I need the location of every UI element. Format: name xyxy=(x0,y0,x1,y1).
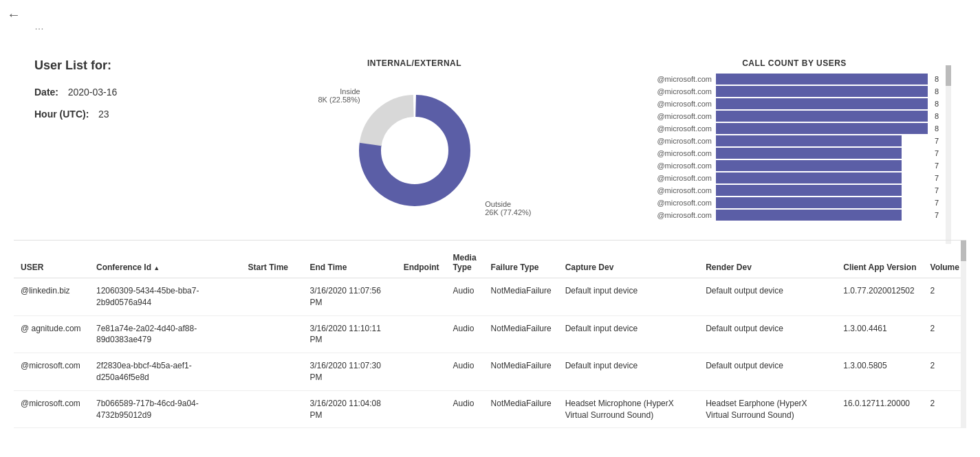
table-cell: 2 xyxy=(924,353,966,391)
col-volume: Volume xyxy=(924,247,966,278)
bar-label: @microsoft.com xyxy=(643,137,712,145)
bar-label: @microsoft.com xyxy=(643,161,712,170)
bar-fill xyxy=(716,98,928,109)
bar-label: @microsoft.com xyxy=(643,211,712,219)
bar-fill xyxy=(716,172,902,183)
back-button[interactable]: ← xyxy=(7,7,21,23)
bar-panel: CALL COUNT BY USERS @microsoft.com8@micr… xyxy=(643,52,946,226)
table-cell: 3/16/2020 11:07:30 PM xyxy=(303,353,397,391)
bar-track xyxy=(716,74,928,85)
bar-track xyxy=(716,148,928,159)
table-cell xyxy=(397,278,446,316)
table-cell: 2 xyxy=(924,278,966,316)
bar-track xyxy=(716,86,928,97)
bar-label: @microsoft.com xyxy=(643,112,712,120)
table-cell: Headset Earphone (HyperX Virtual Surroun… xyxy=(699,390,836,428)
bar-label: @microsoft.com xyxy=(643,186,712,194)
bar-value: 8 xyxy=(935,87,946,96)
table-cell: 2 xyxy=(924,390,966,428)
col-client-app-version: Client App Version xyxy=(836,247,923,278)
outside-label: Outside 26K (77.42%) xyxy=(485,200,531,216)
hour-label: Hour (UTC): xyxy=(34,109,89,120)
col-media-type: MediaType xyxy=(446,247,484,278)
bar-label: @microsoft.com xyxy=(643,124,712,133)
col-conference-id[interactable]: Conference Id ▲ xyxy=(89,247,241,278)
bar-value: 7 xyxy=(935,211,946,219)
table-row: @linkedin.biz12060309-5434-45be-bba7-2b9… xyxy=(14,278,966,316)
info-panel: User List for: Date: 2020-03-16 Hour (UT… xyxy=(34,52,186,226)
table-cell xyxy=(397,353,446,391)
ellipsis: … xyxy=(34,21,44,32)
bar-track xyxy=(716,160,928,171)
bar-row: @microsoft.com8 xyxy=(643,123,946,134)
bar-row: @microsoft.com7 xyxy=(643,160,946,171)
table-cell: Audio xyxy=(446,278,484,316)
bar-label: @microsoft.com xyxy=(643,149,712,157)
bar-track xyxy=(716,185,928,196)
bar-fill xyxy=(716,74,928,85)
col-user: USER xyxy=(14,247,89,278)
table-row: @ agnitude.com7e81a74e-2a02-4d40-af88-89… xyxy=(14,315,966,353)
table-cell: Default output device xyxy=(699,278,836,316)
bar-row: @microsoft.com8 xyxy=(643,111,946,122)
bar-chart: @microsoft.com8@microsoft.com8@microsoft… xyxy=(643,74,946,221)
table-cell: 3/16/2020 11:04:08 PM xyxy=(303,390,397,428)
table-cell: @microsoft.com xyxy=(14,390,89,428)
bar-track xyxy=(716,98,928,109)
bar-chart-title: CALL COUNT BY USERS xyxy=(643,58,946,68)
table-section: USER Conference Id ▲ Start Time End Time… xyxy=(14,240,966,428)
table-cell: 1.3.00.5805 xyxy=(836,353,923,391)
bar-label: @microsoft.com xyxy=(643,100,712,108)
bar-label: @microsoft.com xyxy=(643,75,712,83)
table-row: @microsoft.com7b066589-717b-46cd-9a04-47… xyxy=(14,390,966,428)
donut-chart xyxy=(353,89,477,212)
bar-value: 8 xyxy=(935,75,946,83)
bar-fill xyxy=(716,197,902,208)
col-failure-type: Failure Type xyxy=(484,247,558,278)
bar-value: 7 xyxy=(935,186,946,194)
table-row: @microsoft.com2f2830ea-bbcf-4b5a-aef1-d2… xyxy=(14,353,966,391)
bar-value: 7 xyxy=(935,137,946,145)
table-cell: Default output device xyxy=(699,353,836,391)
bar-row: @microsoft.com7 xyxy=(643,135,946,146)
bar-value: 7 xyxy=(935,149,946,157)
table-cell xyxy=(241,353,303,391)
bar-fill xyxy=(716,160,902,171)
bar-row: @microsoft.com7 xyxy=(643,197,946,208)
bar-track xyxy=(716,135,928,146)
hour-value: 23 xyxy=(98,109,109,120)
table-cell xyxy=(397,390,446,428)
bar-value: 8 xyxy=(935,124,946,133)
table-cell: 1.0.77.2020012502 xyxy=(836,278,923,316)
table-cell: Default output device xyxy=(699,315,836,353)
table-cell xyxy=(397,315,446,353)
table-cell: 16.0.12711.20000 xyxy=(836,390,923,428)
page-title: User List for: xyxy=(34,58,186,73)
table-cell: NotMediaFailure xyxy=(484,278,558,316)
bar-track xyxy=(716,197,928,208)
table-cell: Default input device xyxy=(558,315,699,353)
bar-row: @microsoft.com8 xyxy=(643,98,946,109)
bar-row: @microsoft.com8 xyxy=(643,74,946,85)
date-label: Date: xyxy=(34,87,58,98)
table-cell: 7e81a74e-2a02-4d40-af88-89d0383ae479 xyxy=(89,315,241,353)
table-cell: 12060309-5434-45be-bba7-2b9d0576a944 xyxy=(89,278,241,316)
table-cell: Audio xyxy=(446,353,484,391)
table-cell: 3/16/2020 11:07:56 PM xyxy=(303,278,397,316)
table-cell: NotMediaFailure xyxy=(484,353,558,391)
bar-track xyxy=(716,210,928,221)
bar-fill xyxy=(716,210,902,221)
table-cell: Audio xyxy=(446,315,484,353)
col-start-time: Start Time xyxy=(241,247,303,278)
bar-fill xyxy=(716,86,928,97)
bar-value: 8 xyxy=(935,100,946,108)
col-end-time: End Time xyxy=(303,247,397,278)
bar-label: @microsoft.com xyxy=(643,174,712,182)
table-cell: 2 xyxy=(924,315,966,353)
bar-fill xyxy=(716,111,928,122)
table-cell: Audio xyxy=(446,390,484,428)
table-cell xyxy=(241,315,303,353)
bar-row: @microsoft.com7 xyxy=(643,172,946,183)
table-cell: Default input device xyxy=(558,353,699,391)
bar-row: @microsoft.com7 xyxy=(643,210,946,221)
